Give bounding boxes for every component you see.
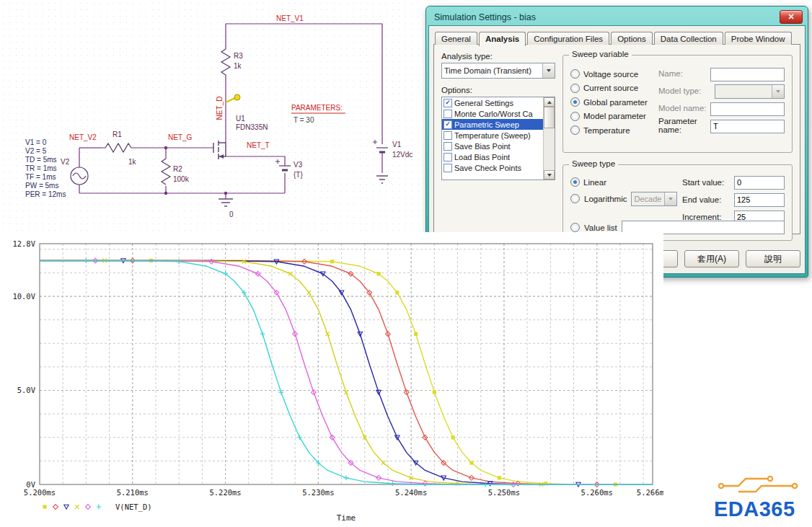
radio-value-list[interactable] (570, 223, 580, 232)
v1-ref[interactable]: V1 (392, 141, 402, 149)
net-label-net-v1[interactable]: NET_V1 (276, 14, 304, 22)
radio-icon[interactable] (570, 97, 580, 107)
analysis-type-combo-button[interactable] (542, 63, 555, 78)
radio-current-source[interactable]: Current source (570, 81, 648, 96)
source-v2[interactable] (71, 167, 88, 185)
radio-logarithmic[interactable]: Logarithmic Decade (570, 190, 677, 208)
series-run-2[interactable] (40, 258, 653, 487)
resistor-r3[interactable] (221, 45, 230, 79)
series-run-5[interactable] (40, 258, 653, 487)
model-type-combo[interactable] (715, 84, 785, 99)
option-monte-carlo[interactable]: Monte Carlo/Worst Ca (442, 108, 544, 119)
end-value-input[interactable] (734, 193, 785, 207)
tab-probe-window[interactable]: Probe Window (725, 32, 792, 45)
source-v3[interactable] (275, 159, 291, 170)
radio-icon[interactable] (570, 177, 580, 187)
radio-voltage-source[interactable]: Voltage source (570, 67, 648, 81)
series-run-3[interactable] (40, 259, 653, 487)
radio-icon[interactable] (570, 69, 580, 79)
scroll-thumb[interactable] (544, 107, 555, 128)
r1-ref[interactable]: R1 (112, 130, 122, 138)
tab-general[interactable]: General (435, 32, 477, 45)
schematic-canvas: NET_V1 NET_D NET_V2 NET_G NET_T PARAMETE… (0, 0, 424, 231)
screen: NET_V1 NET_D NET_V2 NET_G NET_T PARAMETE… (0, 0, 812, 527)
end-value-row: End value: (682, 191, 785, 208)
start-value-input[interactable] (734, 176, 785, 190)
checkbox-icon[interactable] (443, 164, 452, 172)
ground-label[interactable]: 0 (229, 211, 234, 218)
v2-ref[interactable]: V2 (61, 158, 70, 166)
radio-icon[interactable] (570, 194, 580, 203)
logarithmic-combo[interactable]: Decade (631, 192, 677, 206)
checkbox-icon[interactable] (443, 131, 452, 140)
svg-text:5.210ms: 5.210ms (117, 488, 149, 497)
model-type-combo-button[interactable] (772, 85, 784, 98)
r2-ref[interactable]: R2 (173, 165, 182, 173)
r3-val[interactable]: 1k (234, 62, 242, 70)
v3-ref[interactable]: V3 (294, 161, 303, 169)
option-save-check-points[interactable]: Save Check Points (442, 162, 544, 173)
radio-model-parameter[interactable]: Model parameter (570, 110, 648, 124)
plot-canvas: 5.200ms5.210ms5.220ms5.230ms5.240ms5.250… (0, 232, 663, 527)
series-run-1[interactable] (40, 259, 653, 487)
tab-data-collection[interactable]: Data Collection (654, 32, 723, 45)
net-label-net-d[interactable]: NET_D (216, 97, 224, 120)
param-line: TR = 1ms (25, 164, 57, 172)
option-temperature-sweep[interactable]: Temperature (Sweep) (442, 130, 544, 141)
net-label-net-v2[interactable]: NET_V2 (69, 133, 97, 141)
scroll-down-button[interactable] (544, 170, 555, 180)
checkbox-icon[interactable]: ✓ (443, 99, 452, 107)
logarithmic-combo-button[interactable] (664, 192, 676, 205)
analysis-type-combo[interactable]: Time Domain (Transient) (441, 63, 555, 79)
series-run-4[interactable] (40, 259, 653, 487)
option-general-settings[interactable]: ✓ General Settings (442, 97, 544, 108)
checkbox-icon[interactable] (443, 153, 452, 161)
resistor-r1[interactable] (101, 143, 134, 152)
checkbox-icon[interactable] (443, 110, 452, 118)
options-scrollbar[interactable] (543, 97, 555, 180)
u1-val[interactable]: FDN335N (236, 123, 268, 131)
name-input[interactable] (710, 68, 785, 81)
option-save-bias-point[interactable]: Save Bias Point (442, 141, 544, 151)
radio-temperature[interactable]: Temperature (570, 123, 648, 138)
r1-val[interactable]: 1k (128, 158, 137, 166)
checkbox-icon[interactable]: ✓ (443, 120, 452, 129)
parameters-title[interactable]: PARAMETERS: (291, 104, 343, 112)
parameter-name-input[interactable] (710, 120, 785, 133)
tab-options[interactable]: Options (611, 32, 653, 45)
net-label-net-t[interactable]: NET_T (247, 141, 270, 149)
parameters-value[interactable]: T = 30 (294, 116, 314, 124)
source-param-block[interactable]: V1 = 0 V2 = 5 TD = 5ms TR = 1ms TF = 1ms… (25, 138, 66, 198)
option-load-bias-point[interactable]: Load Bias Point (442, 151, 544, 162)
net-label-net-g[interactable]: NET_G (168, 133, 193, 141)
name-field-row: Name: (658, 66, 785, 83)
r3-ref[interactable]: R3 (234, 52, 243, 60)
ground-symbol[interactable] (219, 199, 233, 206)
tab-analysis[interactable]: Analysis (479, 32, 526, 46)
tab-configuration-files[interactable]: Configuration Files (527, 32, 609, 45)
v3-val[interactable]: {T} (294, 171, 303, 179)
u1-ref[interactable]: U1 (236, 115, 245, 123)
scroll-up-button[interactable] (544, 97, 555, 107)
radio-icon[interactable] (570, 112, 580, 121)
model-name-input[interactable] (710, 102, 785, 116)
v1-val[interactable]: 12Vdc (392, 151, 412, 159)
radio-icon[interactable] (570, 84, 580, 93)
option-parametric-sweep[interactable]: ✓ Parametric Sweep (442, 119, 544, 130)
help-button[interactable]: 說明 (746, 250, 800, 267)
r2-val[interactable]: 100k (173, 175, 190, 183)
radio-global-parameter[interactable]: Global parameter (570, 95, 648, 110)
options-listbox: ✓ General Settings Monte Carlo/Worst Ca … (441, 97, 555, 180)
series-run-6[interactable] (40, 258, 653, 487)
radio-linear[interactable]: Linear (570, 175, 677, 190)
resistor-r2[interactable] (162, 159, 170, 185)
checkbox-icon[interactable] (443, 142, 452, 151)
close-button[interactable]: ✕ (780, 10, 803, 24)
radio-icon[interactable] (570, 125, 580, 135)
apply-button[interactable]: 套用(A) (684, 250, 739, 267)
svg-text:5.250ms: 5.250ms (488, 488, 520, 497)
probe-marker[interactable] (226, 94, 240, 102)
plot-legend[interactable]: V(NET_D) (43, 502, 151, 512)
source-v1[interactable] (373, 140, 388, 183)
dialog-titlebar[interactable]: Simulation Settings - bias ✕ (428, 9, 806, 25)
